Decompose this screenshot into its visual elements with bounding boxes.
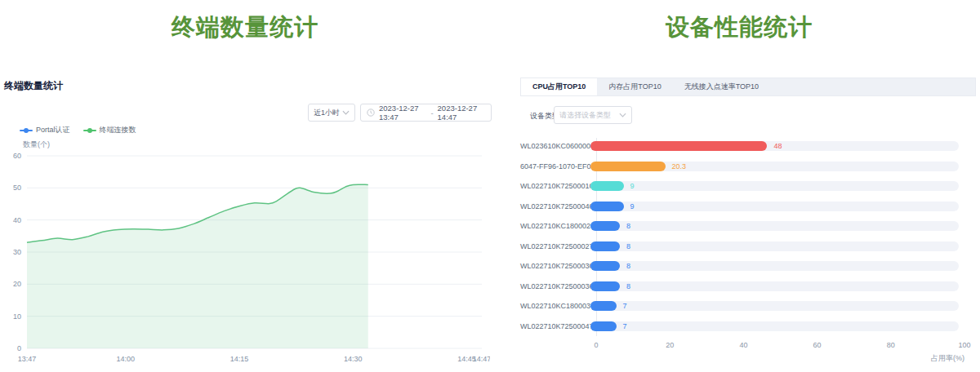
bar-fill xyxy=(590,241,620,251)
tab-inactive[interactable]: 内存占用TOP10 xyxy=(597,78,672,95)
bar-chart-x-ticks: 020406080100 xyxy=(596,341,964,351)
bar-fill xyxy=(590,202,624,211)
y-tick-label: 50 xyxy=(13,184,21,192)
legend-item[interactable]: 终端连接数 xyxy=(83,125,136,135)
bar-track: 48 xyxy=(590,141,959,151)
terminal-count-line-chart: 010203040506013:4714:0014:1514:3014:4514… xyxy=(0,152,490,365)
bar-row[interactable]: WL022710K7250004099 xyxy=(520,197,976,217)
x-tick-label: 14:47 xyxy=(473,355,490,363)
bar-track: 8 xyxy=(590,261,959,271)
tab-inactive[interactable]: 无线接入点速率TOP10 xyxy=(673,78,770,95)
bar-row[interactable]: WL022710K7250001029 xyxy=(520,176,976,197)
tab-active[interactable]: CPU占用TOP10 xyxy=(521,78,597,95)
time-range-value: 近1小时 xyxy=(314,108,340,118)
bar-track: 7 xyxy=(590,321,959,331)
bar-track: 9 xyxy=(590,202,959,211)
chart-legend: Portal认证终端连接数 xyxy=(20,125,136,135)
clock-icon xyxy=(367,108,375,117)
time-range-select[interactable]: 近1小时 xyxy=(308,104,355,122)
cpu-top10-bar-chart: WL023610KC06000043486047-FF96-1070-EF0A2… xyxy=(520,136,976,369)
bar-track: 20.3 xyxy=(590,162,959,171)
x-tick-label: 14:30 xyxy=(344,355,363,363)
bar-track: 9 xyxy=(590,181,959,191)
bar-fill xyxy=(590,162,666,171)
y-tick-label: 0 xyxy=(17,344,21,352)
bar-row[interactable]: WL022710KC180003727 xyxy=(520,296,976,317)
bar-category-label: WL022710KC18000280 xyxy=(520,222,590,230)
bar-value-label: 9 xyxy=(630,182,635,190)
bar-category-label: WL022710K725000272 xyxy=(520,242,590,250)
bar-row[interactable]: WL023610KC0600004348 xyxy=(520,136,976,157)
left-panel-title: 终端数量统计 xyxy=(4,79,63,93)
bar-category-label: WL022710K725000102 xyxy=(520,182,590,190)
bar-fill xyxy=(590,301,617,311)
performance-tabs: CPU占用TOP10内存占用TOP10无线接入点速率TOP10 xyxy=(520,78,976,96)
y-tick-label: 10 xyxy=(13,312,21,321)
bar-x-tick-label: 100 xyxy=(958,341,970,349)
bar-value-label: 7 xyxy=(623,302,627,310)
bar-fill xyxy=(590,141,767,151)
bar-fill xyxy=(590,281,620,291)
x-axis-label: 占用率(%) xyxy=(520,353,964,364)
y-tick-label: 40 xyxy=(13,216,21,224)
date-start: 2023-12-27 13:47 xyxy=(379,104,426,122)
legend-marker-icon xyxy=(20,130,33,131)
bar-x-tick-label: 20 xyxy=(666,341,674,349)
bar-category-label: WL023610KC06000043 xyxy=(520,142,590,150)
legend-marker-icon xyxy=(83,130,96,131)
bar-fill xyxy=(590,221,620,231)
y-tick-label: 60 xyxy=(13,152,21,160)
device-type-select[interactable]: 请选择设备类型 xyxy=(554,106,632,124)
date-separator: - xyxy=(430,108,433,117)
area-fill xyxy=(27,184,368,348)
chevron-down-icon xyxy=(342,110,350,115)
bar-value-label: 8 xyxy=(626,262,630,270)
bar-category-label: WL022710K725000307 xyxy=(520,262,590,270)
legend-label: 终端连接数 xyxy=(100,125,136,135)
date-range-picker[interactable]: 2023-12-27 13:47 - 2023-12-27 14:47 xyxy=(360,104,492,122)
bar-category-label: WL022710KC18000372 xyxy=(520,302,590,310)
bar-value-label: 8 xyxy=(626,282,630,290)
bar-row[interactable]: WL022710K7250003078 xyxy=(520,256,976,277)
x-tick-label: 14:15 xyxy=(230,355,249,363)
bar-value-label: 8 xyxy=(626,242,630,250)
x-tick-label: 14:00 xyxy=(116,355,135,363)
bar-category-label: 6047-FF96-1070-EF0A xyxy=(520,162,590,170)
bar-value-label: 8 xyxy=(626,222,630,230)
bar-value-label: 9 xyxy=(630,202,635,210)
bar-category-label: WL022710K725000470 xyxy=(520,322,590,330)
bar-fill xyxy=(590,181,624,191)
bar-x-tick-label: 40 xyxy=(739,341,747,349)
y-tick-label: 20 xyxy=(13,280,21,288)
bar-row[interactable]: WL022710K7250003698 xyxy=(520,277,976,297)
x-tick-label: 13:47 xyxy=(18,355,37,363)
bar-row[interactable]: WL022710K7250004707 xyxy=(520,317,976,337)
bar-value-label: 7 xyxy=(623,322,627,330)
date-end: 2023-12-27 14:47 xyxy=(438,104,485,122)
bar-x-tick-label: 80 xyxy=(887,341,895,349)
y-tick-label: 30 xyxy=(13,248,21,256)
bar-row[interactable]: WL022710K7250002728 xyxy=(520,237,976,257)
legend-item[interactable]: Portal认证 xyxy=(20,125,70,135)
right-section-title: 设备性能统计 xyxy=(502,11,976,44)
bar-x-tick-label: 60 xyxy=(813,341,822,349)
bar-value-label: 48 xyxy=(773,142,782,150)
bar-row[interactable]: WL022710KC180002808 xyxy=(520,216,976,237)
chevron-down-icon xyxy=(619,113,626,117)
bar-track: 8 xyxy=(590,221,959,231)
bar-fill xyxy=(590,321,617,331)
left-section-title: 终端数量统计 xyxy=(0,11,490,44)
bar-value-label: 20.3 xyxy=(672,162,687,170)
bar-track: 8 xyxy=(590,281,959,291)
bar-x-tick-label: 0 xyxy=(594,341,598,349)
bar-fill xyxy=(590,261,620,271)
device-type-placeholder: 请选择设备类型 xyxy=(559,110,611,121)
bar-category-label: WL022710K725000409 xyxy=(520,202,590,210)
bar-category-label: WL022710K725000369 xyxy=(520,282,590,290)
y-axis-label: 数量(个) xyxy=(23,140,50,150)
bar-track: 7 xyxy=(590,301,959,311)
legend-label: Portal认证 xyxy=(36,125,70,135)
bar-row[interactable]: 6047-FF96-1070-EF0A20.3 xyxy=(520,157,976,177)
bar-track: 8 xyxy=(590,241,959,251)
